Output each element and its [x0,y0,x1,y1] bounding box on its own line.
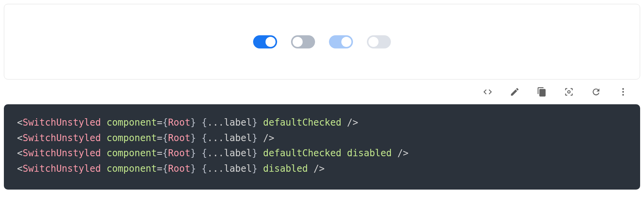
switch-thumb [341,37,351,47]
svg-point-1 [622,91,624,93]
code-block: <SwitchUnstyled component={Root} {...lab… [4,104,640,190]
demo-preview [4,4,640,79]
capture-icon[interactable] [564,86,574,97]
copy-icon[interactable] [536,86,547,97]
switch-thumb [368,37,379,47]
more-icon[interactable] [618,86,629,97]
code-icon[interactable] [482,86,493,97]
switch-thumb [293,37,303,47]
svg-point-0 [622,88,624,90]
switch-on[interactable] [253,35,277,48]
edit-icon[interactable] [509,86,520,97]
switch-thumb [265,37,276,47]
svg-point-2 [622,94,624,95]
reset-icon[interactable] [591,86,601,97]
switch-off[interactable] [291,35,315,48]
demo-toolbar [4,79,640,104]
switch-off-disabled [367,35,391,48]
switch-on-disabled [329,35,353,48]
